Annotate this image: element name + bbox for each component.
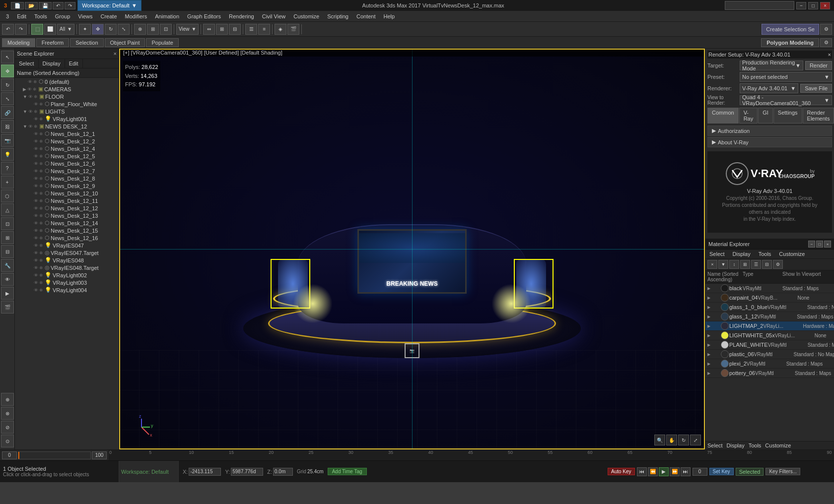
freeze-icon[interactable]: ❄: [33, 79, 37, 84]
prev-frame-btn[interactable]: ⏪: [648, 467, 658, 476]
mat-close-btn[interactable]: ×: [824, 241, 831, 248]
mat-tool-options[interactable]: ⚙: [773, 260, 783, 269]
tool-rotate[interactable]: ↻: [1, 78, 14, 91]
visibility-icon[interactable]: 👁: [34, 184, 38, 189]
mat-tool-grid[interactable]: ⊞: [740, 260, 750, 269]
visibility-icon[interactable]: 👁: [34, 102, 38, 107]
align-btn[interactable]: ⊞: [147, 24, 159, 35]
mat-row[interactable]: ▶ glass_1_12 VRayMtl Standard : Maps: [705, 312, 834, 321]
freeze-icon[interactable]: ❄: [39, 236, 43, 241]
undo-toolbar-btn[interactable]: ↶: [2, 24, 14, 35]
tree-item[interactable]: 👁❄⬡News_Desk_12_2: [15, 137, 119, 145]
freeze-icon[interactable]: ❄: [39, 176, 43, 181]
visibility-icon[interactable]: 👁: [34, 131, 38, 136]
freeze-icon[interactable]: ❄: [39, 213, 43, 218]
tab-modeling[interactable]: Modeling: [2, 38, 35, 47]
vp-orbit-btn[interactable]: ↻: [678, 435, 689, 445]
visibility-icon[interactable]: 👁: [34, 273, 38, 278]
select-filter-dropdown[interactable]: All ▼: [57, 24, 74, 35]
menu-help[interactable]: Help: [380, 12, 399, 20]
undo-btn[interactable]: ↶: [53, 2, 64, 9]
freeze-icon[interactable]: ❄: [34, 94, 38, 99]
render-setup-close-icon[interactable]: ×: [828, 52, 831, 58]
mat-row[interactable]: ▶ plastic_06 VRayMtl Standard : No Maps: [705, 350, 834, 359]
visibility-icon[interactable]: 👁: [27, 87, 32, 92]
render-preset-value[interactable]: No preset selected ▼: [740, 72, 832, 82]
mat-menu-display[interactable]: Display: [731, 251, 753, 257]
tree-item[interactable]: 👁❄💡VRayIES048: [15, 256, 119, 264]
visibility-icon[interactable]: 👁: [34, 154, 38, 159]
menu-scripting[interactable]: Scripting: [323, 12, 352, 20]
tree-item[interactable]: 👁❄⬡News_Desk_12_12: [15, 204, 119, 212]
tool-extra4[interactable]: ⊙: [1, 435, 14, 447]
timeline-track[interactable]: 051015202530354045505560657075808590: [109, 450, 834, 460]
view-dropdown[interactable]: View ▼: [176, 24, 199, 35]
tree-item[interactable]: 👁❄💡VRayLight002: [15, 271, 119, 279]
tree-item[interactable]: 👁❄💡VRayLight001: [15, 115, 119, 123]
freeze-icon[interactable]: ❄: [39, 265, 43, 270]
save-file-button[interactable]: Save File: [800, 84, 832, 93]
goto-start-btn[interactable]: ⏮: [637, 467, 647, 476]
tree-item[interactable]: ▶👁❄▣CAMERAS: [15, 85, 119, 93]
tree-item[interactable]: 👁❄⬡News_Desk_12_10: [15, 189, 119, 197]
tool-camera[interactable]: 📷: [1, 134, 14, 147]
start-frame-input[interactable]: [2, 451, 17, 459]
menu-civil[interactable]: Civil View: [258, 12, 289, 20]
freeze-icon[interactable]: ❄: [39, 198, 43, 203]
visibility-icon[interactable]: 👁: [34, 280, 38, 285]
mat-row[interactable]: ▶ carpaint_04 VRayB... None: [705, 293, 834, 303]
tab-object-paint[interactable]: Object Paint: [105, 38, 145, 47]
redo-toolbar-btn[interactable]: ↷: [15, 24, 27, 35]
freeze-icon[interactable]: ❄: [39, 169, 43, 174]
tree-item[interactable]: 👁❄⬡News_Desk_12_16: [15, 234, 119, 242]
visibility-icon[interactable]: 👁: [28, 124, 33, 129]
goto-end-btn[interactable]: ⏭: [681, 467, 691, 476]
auto-key-btn[interactable]: Auto Key: [608, 468, 635, 475]
render-tab-common[interactable]: Common: [707, 108, 739, 124]
tree-item[interactable]: 👁❄⬡Plane_Floor_White: [15, 100, 119, 108]
tree-item[interactable]: ▼👁❄▣NEWS DESK_12: [15, 123, 119, 130]
visibility-icon[interactable]: 👁: [34, 117, 38, 122]
freeze-icon[interactable]: ❄: [39, 131, 43, 136]
menu-animation[interactable]: Animation: [151, 12, 183, 20]
tab-selection[interactable]: Selection: [70, 38, 103, 47]
timeline-slider[interactable]: [18, 451, 91, 459]
close-btn[interactable]: ×: [820, 2, 830, 9]
tool-move[interactable]: ✥: [1, 64, 14, 77]
mat-bot-select[interactable]: Select: [707, 442, 723, 448]
tool-select[interactable]: ↖: [1, 51, 14, 63]
menu-tools[interactable]: Tools: [30, 12, 51, 20]
render-tab-gi[interactable]: GI: [758, 108, 773, 124]
tree-item[interactable]: 👁❄⬡News_Desk_12_14: [15, 219, 119, 227]
tool-extra1[interactable]: ⊕: [1, 393, 14, 406]
render-tab-render-elements[interactable]: Render Elements: [803, 108, 834, 124]
freeze-icon[interactable]: ❄: [39, 154, 43, 159]
freeze-icon[interactable]: ❄: [39, 243, 43, 248]
menu-modifiers[interactable]: Modifiers: [121, 12, 151, 20]
scene-tab-edit[interactable]: Edit: [65, 59, 83, 68]
render-target-value[interactable]: Production Rendering Mode ▼: [740, 61, 803, 70]
tool-unlink[interactable]: ⛓: [1, 120, 14, 133]
tree-item[interactable]: 👁❄⬡News_Desk_12_4: [15, 145, 119, 152]
select-obj-btn[interactable]: ⬚: [31, 24, 43, 35]
tree-item[interactable]: 👁❄⬡News_Desk_12_1: [15, 130, 119, 137]
tool-geo[interactable]: ⬡: [1, 189, 14, 202]
visibility-icon[interactable]: 👁: [34, 206, 38, 211]
minimize-btn[interactable]: −: [796, 2, 806, 9]
tool-create[interactable]: +: [1, 176, 14, 189]
freeze-icon[interactable]: ❄: [39, 228, 43, 233]
about-vray-header[interactable]: ▶ About V-Ray: [708, 137, 832, 147]
freeze-icon[interactable]: ❄: [39, 206, 43, 211]
set-key-btn[interactable]: Set Key: [709, 468, 734, 475]
visibility-icon[interactable]: 👁: [34, 258, 38, 263]
menu-3[interactable]: 3: [2, 12, 13, 20]
tree-item[interactable]: 👁❄💡VRayIES047: [15, 242, 119, 249]
mat-bot-display[interactable]: Display: [727, 442, 745, 448]
freeze-icon[interactable]: ❄: [39, 221, 43, 226]
mat-tool-sort[interactable]: ↕: [729, 260, 739, 269]
scene-tab-select[interactable]: Select: [15, 59, 39, 68]
visibility-icon[interactable]: 👁: [34, 198, 38, 203]
y-input[interactable]: [231, 468, 263, 476]
layer-btn[interactable]: ☰: [245, 24, 257, 35]
tool-utilities[interactable]: 🔧: [1, 259, 14, 272]
